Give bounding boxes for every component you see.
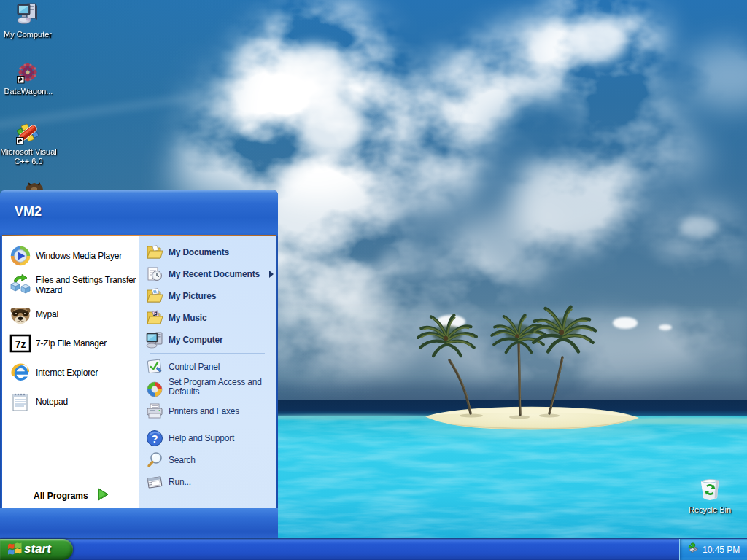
svg-text:7z: 7z bbox=[15, 338, 26, 350]
svg-text:?: ? bbox=[152, 432, 158, 445]
